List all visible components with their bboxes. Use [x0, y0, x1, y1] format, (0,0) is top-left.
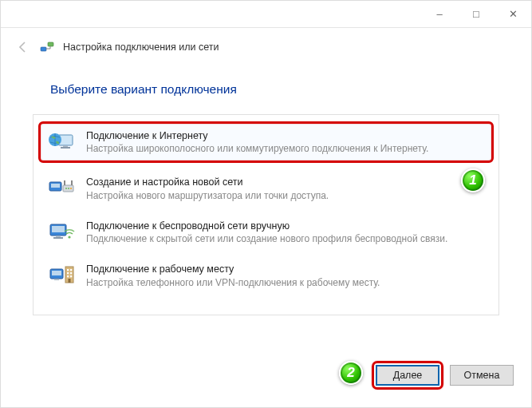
- svg-rect-27: [67, 275, 69, 277]
- minimize-icon: –: [436, 8, 442, 20]
- back-button[interactable]: [15, 39, 31, 55]
- button-label: Отмена: [464, 370, 500, 381]
- globe-monitor-icon: [48, 129, 75, 153]
- svg-point-18: [68, 236, 70, 238]
- svg-rect-16: [56, 236, 61, 237]
- svg-rect-7: [51, 184, 60, 188]
- svg-point-12: [68, 188, 69, 189]
- svg-rect-1: [48, 42, 53, 46]
- svg-rect-10: [71, 180, 73, 185]
- svg-rect-0: [41, 47, 46, 51]
- svg-rect-4: [61, 147, 70, 149]
- close-button[interactable]: ✕: [495, 1, 531, 28]
- option-text: Подключение к рабочему месту Настройка т…: [86, 263, 484, 288]
- option-text: Создание и настройка новой сети Настройк…: [86, 176, 484, 201]
- option-description: Подключение к скрытой сети или создание …: [86, 232, 484, 245]
- svg-rect-15: [52, 226, 65, 232]
- maximize-button[interactable]: □: [458, 1, 495, 28]
- button-label: Далее: [393, 370, 423, 381]
- option-description: Настройка широкополосного или коммутируе…: [86, 142, 484, 155]
- wizard-content: Выберите вариант подключения Подключение…: [1, 63, 531, 315]
- option-text: Подключение к беспроводной сети вручную …: [86, 220, 484, 245]
- arrow-left-icon: [17, 41, 30, 53]
- vpn-building-icon: [48, 263, 75, 287]
- annotation-badge-2: 2: [339, 361, 363, 385]
- next-button[interactable]: Далее: [376, 365, 439, 386]
- svg-rect-17: [53, 237, 63, 239]
- badge-number: 2: [347, 365, 354, 381]
- option-create-network[interactable]: Создание и настройка новой сети Настройк…: [38, 168, 494, 209]
- option-manual-wireless[interactable]: Подключение к беспроводной сети вручную …: [38, 212, 494, 253]
- option-title: Подключение к рабочему месту: [86, 263, 484, 275]
- option-title: Создание и настройка новой сети: [86, 176, 484, 188]
- page-title: Выберите вариант подключения: [50, 82, 499, 97]
- svg-point-13: [70, 188, 72, 189]
- maximize-icon: □: [473, 8, 479, 20]
- svg-point-11: [65, 188, 67, 189]
- close-icon: ✕: [509, 8, 518, 20]
- svg-rect-3: [63, 145, 68, 147]
- svg-rect-29: [69, 279, 71, 283]
- svg-rect-24: [70, 269, 72, 271]
- cancel-button[interactable]: Отмена: [450, 365, 514, 386]
- option-title: Подключение к беспроводной сети вручную: [86, 220, 484, 232]
- svg-rect-28: [70, 275, 72, 277]
- wizard-window: – □ ✕ Настройка подключения или сети Выб…: [0, 0, 532, 408]
- titlebar: – □ ✕: [1, 1, 531, 28]
- wizard-title: Настройка подключения или сети: [63, 42, 219, 53]
- option-description: Настройка нового маршрутизатора или точк…: [86, 189, 484, 202]
- svg-rect-25: [67, 272, 69, 274]
- annotation-badge-1: 1: [461, 168, 485, 192]
- option-title: Подключение к Интернету: [86, 129, 484, 142]
- network-wizard-icon: [39, 39, 55, 55]
- option-workplace-connection[interactable]: Подключение к рабочему месту Настройка т…: [38, 255, 494, 296]
- wireless-monitor-icon: [48, 220, 75, 244]
- svg-rect-9: [64, 180, 65, 185]
- svg-rect-26: [70, 272, 72, 274]
- router-setup-icon: [48, 176, 75, 200]
- svg-rect-20: [52, 271, 61, 275]
- svg-rect-23: [67, 269, 69, 271]
- option-internet-connection[interactable]: Подключение к Интернету Настройка широко…: [38, 121, 494, 163]
- option-description: Настройка телефонного или VPN-подключени…: [86, 276, 484, 289]
- wizard-header: Настройка подключения или сети: [1, 28, 531, 63]
- svg-rect-21: [54, 279, 59, 280]
- connection-options-list: Подключение к Интернету Настройка широко…: [33, 114, 499, 315]
- next-button-highlight: Далее: [372, 361, 443, 390]
- option-text: Подключение к Интернету Настройка широко…: [86, 129, 484, 155]
- badge-number: 1: [469, 172, 476, 188]
- wizard-footer: Далее Отмена: [372, 361, 514, 390]
- minimize-button[interactable]: –: [421, 1, 458, 28]
